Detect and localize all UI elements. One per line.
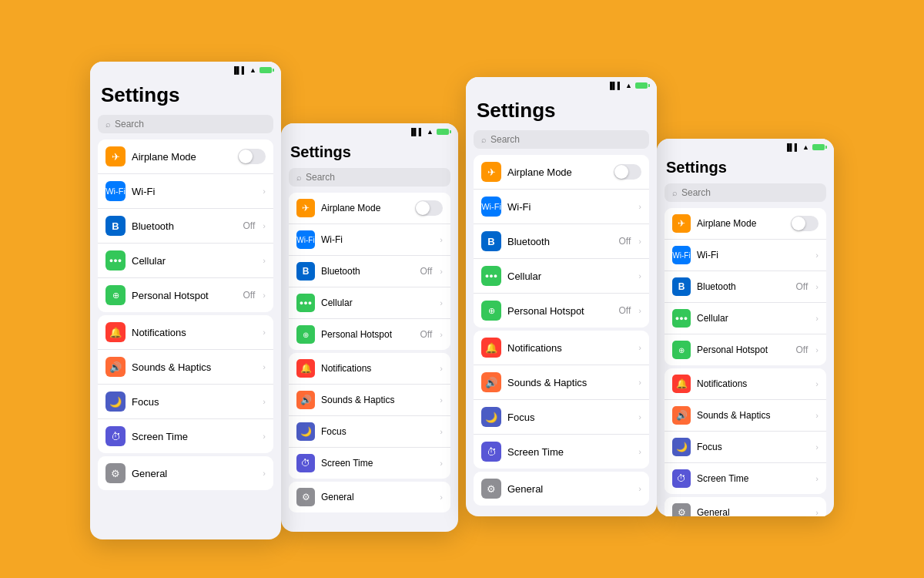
network-group-2: ✈ Airplane Mode Wi-Fi Wi-Fi › B Bluetoot…	[289, 193, 450, 350]
general-label-4: General	[697, 507, 808, 516]
wifi-item-2[interactable]: Wi-Fi Wi-Fi ›	[289, 224, 450, 256]
bluetooth-item-2[interactable]: B Bluetooth Off ›	[289, 256, 450, 287]
notifications-chevron-1: ›	[263, 328, 266, 337]
focus-chevron-4: ›	[815, 442, 819, 452]
wifi-status-icon-3: ▲	[625, 82, 632, 89]
wifi-icon-1: Wi-Fi	[105, 181, 126, 201]
screentime-label-3: Screen Time	[507, 446, 631, 458]
airplane-mode-item-1[interactable]: ✈ Airplane Mode	[98, 139, 273, 174]
focus-item-2[interactable]: 🌙 Focus ›	[289, 416, 450, 448]
hotspot-item-3[interactable]: ⊕ Personal Hotspot Off ›	[474, 294, 649, 328]
wifi-status-icon-1: ▲	[249, 66, 256, 74]
notifications-item-2[interactable]: 🔔 Notifications ›	[289, 353, 450, 385]
focus-item-1[interactable]: 🌙 Focus ›	[98, 385, 273, 419]
cellular-label-3: Cellular	[507, 271, 631, 282]
screentime-label-2: Screen Time	[321, 458, 432, 469]
general-item-1[interactable]: ⚙ General ›	[98, 456, 273, 490]
cellular-icon-3: ●●●	[481, 266, 501, 286]
airplane-mode-icon-4: ✈	[672, 214, 691, 233]
phone-1: ▐▌▌ ▲ Settings ⌕ ✈ Airplane Mode Wi-Fi W…	[90, 62, 281, 539]
screentime-item-1[interactable]: ⏱ Screen Time ›	[98, 419, 273, 453]
hotspot-item-2[interactable]: ⊕ Personal Hotspot Off ›	[289, 319, 450, 350]
general-item-3[interactable]: ⚙ General ›	[474, 472, 649, 506]
notifications-item-1[interactable]: 🔔 Notifications ›	[98, 315, 273, 350]
hotspot-item-1[interactable]: ⊕ Personal Hotspot Off ›	[98, 278, 273, 312]
wifi-item-3[interactable]: Wi-Fi Wi-Fi ›	[474, 190, 649, 224]
notifications-item-3[interactable]: 🔔 Notifications ›	[474, 331, 649, 365]
airplane-mode-label-1: Airplane Mode	[132, 151, 232, 163]
wifi-icon-2: Wi-Fi	[296, 230, 315, 249]
sounds-item-3[interactable]: 🔊 Sounds & Haptics ›	[474, 365, 649, 400]
bluetooth-icon-4: B	[672, 277, 691, 296]
hotspot-label-1: Personal Hotspot	[132, 290, 237, 301]
notifications-item-4[interactable]: 🔔 Notifications ›	[665, 368, 826, 400]
search-bar-2[interactable]: ⌕	[289, 168, 450, 187]
wifi-item-1[interactable]: Wi-Fi Wi-Fi ›	[98, 174, 273, 209]
airplane-mode-item-4[interactable]: ✈ Airplane Mode	[665, 208, 826, 240]
airplane-mode-item-3[interactable]: ✈ Airplane Mode	[474, 155, 649, 190]
cellular-chevron-1: ›	[263, 256, 266, 265]
phone-4: ▐▌▌ ▲ Settings ⌕ ✈ Airplane Mode Wi-Fi W…	[657, 139, 834, 516]
battery-icon-2	[437, 129, 449, 135]
airplane-mode-toggle-3[interactable]	[614, 164, 641, 180]
battery-icon-4	[812, 144, 825, 150]
bluetooth-label-3: Bluetooth	[507, 236, 613, 247]
sounds-label-1: Sounds & Haptics	[132, 361, 255, 373]
search-input-3[interactable]	[490, 134, 641, 145]
sounds-chevron-1: ›	[263, 362, 266, 371]
bluetooth-chevron-2: ›	[440, 267, 443, 276]
cellular-item-2[interactable]: ●●● Cellular ›	[289, 287, 450, 319]
cellular-item-3[interactable]: ●●● Cellular ›	[474, 259, 649, 294]
hotspot-value-1: Off	[243, 290, 256, 301]
search-icon-1: ⌕	[105, 119, 111, 129]
cellular-item-4[interactable]: ●●● Cellular ›	[665, 303, 826, 334]
search-input-4[interactable]	[681, 187, 819, 198]
bluetooth-item-4[interactable]: B Bluetooth Off ›	[665, 271, 826, 303]
search-input-1[interactable]	[115, 119, 266, 129]
bluetooth-icon-2: B	[296, 262, 315, 281]
search-bar-1[interactable]: ⌕	[98, 115, 273, 133]
notifications-label-4: Notifications	[697, 378, 808, 389]
wifi-label-1: Wi-Fi	[132, 186, 255, 197]
bluetooth-item-3[interactable]: B Bluetooth Off ›	[474, 224, 649, 259]
focus-item-3[interactable]: 🌙 Focus ›	[474, 400, 649, 435]
sounds-item-4[interactable]: 🔊 Sounds & Haptics ›	[665, 400, 826, 432]
hotspot-item-4[interactable]: ⊕ Personal Hotspot Off ›	[665, 334, 826, 365]
bluetooth-item-1[interactable]: B Bluetooth Off ›	[98, 209, 273, 244]
signal-icon-2: ▐▌▌	[409, 128, 424, 136]
airplane-mode-toggle-2[interactable]	[415, 200, 443, 216]
hotspot-icon-3: ⊕	[481, 301, 501, 321]
screentime-item-2[interactable]: ⏱ Screen Time ›	[289, 448, 450, 479]
wifi-chevron-3: ›	[638, 202, 641, 211]
sounds-item-1[interactable]: 🔊 Sounds & Haptics ›	[98, 350, 273, 385]
general-label-3: General	[507, 483, 631, 495]
bluetooth-value-3: Off	[619, 236, 631, 247]
cellular-icon-1: ●●●	[105, 250, 126, 271]
screentime-item-3[interactable]: ⏱ Screen Time ›	[474, 435, 649, 469]
search-icon-2: ⌕	[296, 173, 302, 182]
general-group-3: ⚙ General ›	[474, 472, 649, 506]
airplane-mode-item-2[interactable]: ✈ Airplane Mode	[289, 193, 450, 224]
search-input-2[interactable]	[306, 172, 443, 183]
notification-group-4: 🔔 Notifications › 🔊 Sounds & Haptics › 🌙…	[665, 368, 826, 494]
screentime-chevron-2: ›	[440, 459, 443, 468]
search-bar-3[interactable]: ⌕	[474, 130, 649, 149]
cellular-item-1[interactable]: ●●● Cellular ›	[98, 244, 273, 278]
signal-icon-3: ▐▌▌	[608, 82, 622, 89]
hotspot-chevron-3: ›	[638, 306, 641, 315]
bluetooth-chevron-4: ›	[815, 282, 819, 291]
screentime-item-4[interactable]: ⏱ Screen Time ›	[665, 463, 826, 494]
notifications-chevron-2: ›	[440, 364, 443, 373]
search-bar-4[interactable]: ⌕	[665, 183, 826, 202]
focus-chevron-1: ›	[263, 397, 266, 406]
general-item-4[interactable]: ⚙ General ›	[665, 497, 826, 516]
sounds-item-2[interactable]: 🔊 Sounds & Haptics ›	[289, 385, 450, 416]
phones-container: ▐▌▌ ▲ Settings ⌕ ✈ Airplane Mode Wi-Fi W…	[38, 39, 886, 539]
general-item-2[interactable]: ⚙ General ›	[289, 482, 450, 512]
hotspot-label-2: Personal Hotspot	[321, 329, 414, 340]
airplane-mode-toggle-1[interactable]	[238, 149, 266, 164]
airplane-mode-toggle-4[interactable]	[791, 216, 819, 231]
wifi-item-4[interactable]: Wi-Fi Wi-Fi ›	[665, 240, 826, 271]
focus-item-4[interactable]: 🌙 Focus ›	[665, 432, 826, 463]
network-group-4: ✈ Airplane Mode Wi-Fi Wi-Fi › B Bluetoot…	[665, 208, 826, 365]
